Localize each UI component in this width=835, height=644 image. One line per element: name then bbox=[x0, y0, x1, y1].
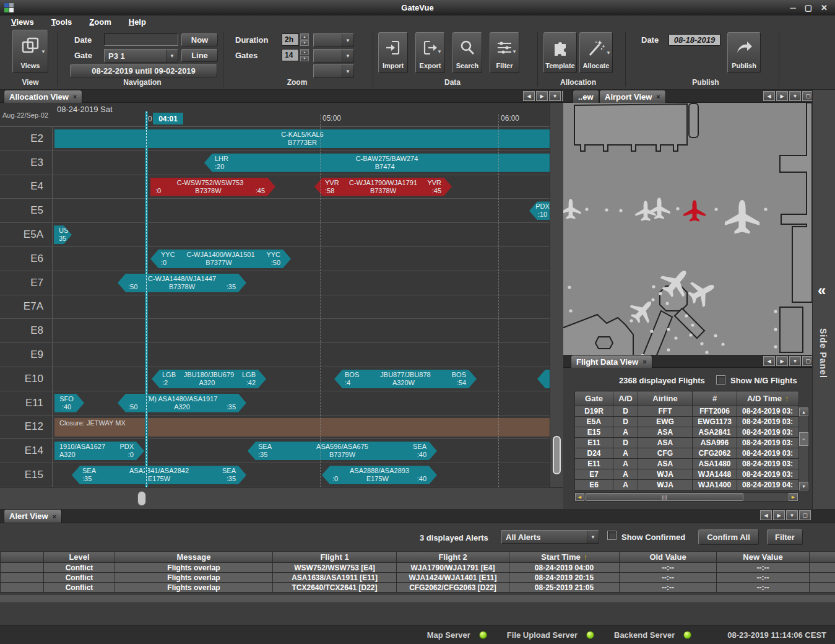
scroll-left-icon[interactable]: ◀ bbox=[763, 356, 775, 366]
publish-button[interactable]: Publish bbox=[727, 32, 761, 73]
flight-table-hscrollbar[interactable]: ◀ |||| ▶ bbox=[574, 492, 798, 502]
chevron-down-icon[interactable]: ▼ bbox=[41, 49, 46, 54]
search-button[interactable]: Search bbox=[452, 32, 482, 73]
gantt-row-plot[interactable]: YYCC-WJA1400/WJA1501YYC:0B7377W:50 bbox=[53, 247, 550, 271]
flight-bar[interactable]: C-WSW752/WSW753:0B7378W:45 bbox=[150, 178, 275, 196]
flight-bar[interactable]: C-KAL5/KAL6B7773ER bbox=[54, 129, 550, 148]
tab-menu-icon[interactable]: ▼ bbox=[789, 91, 801, 101]
alert-table-header[interactable] bbox=[810, 552, 835, 563]
flight-bar[interactable]: PDX:10 bbox=[529, 201, 550, 220]
flight-table-vscrollbar[interactable]: ▲ ≡ ▼ bbox=[798, 407, 809, 491]
tab-alert-view[interactable]: Alert View × bbox=[4, 509, 62, 523]
close-icon[interactable]: × bbox=[73, 93, 77, 100]
duration-value[interactable]: 2h bbox=[282, 33, 299, 46]
gantt-row-plot[interactable]: Closure: JETWAY MX bbox=[53, 416, 550, 439]
flight-table-header[interactable]: # bbox=[693, 391, 737, 406]
alert-table-header[interactable]: Start Time↑ bbox=[509, 552, 620, 563]
maximize-panel-icon[interactable]: ▢ bbox=[799, 510, 811, 520]
flight-bar[interactable]: SEAASA596/ASA675SEA:35B7379W:40 bbox=[248, 442, 437, 460]
scroll-right-icon[interactable]: ▶ bbox=[789, 493, 798, 501]
zoom-extra-dropdown[interactable]: ▼ bbox=[313, 64, 354, 78]
scroll-right-icon[interactable]: ▶ bbox=[536, 91, 548, 101]
scroll-left-icon[interactable]: ◀ bbox=[760, 510, 772, 520]
now-button[interactable]: Now bbox=[181, 33, 218, 46]
scroll-up-icon[interactable]: ▲ bbox=[799, 407, 808, 416]
alert-table-header[interactable]: Level bbox=[44, 552, 115, 563]
menu-tools[interactable]: Tools bbox=[44, 17, 80, 27]
flight-bar[interactable]: C-WJA1448/WJA1447:50B7378W:35 bbox=[118, 274, 246, 292]
aircraft-icon[interactable] bbox=[725, 200, 759, 234]
spin-down-icon[interactable]: ▼ bbox=[300, 40, 309, 46]
views-button[interactable]: Views ▼ bbox=[12, 30, 48, 73]
side-panel-label[interactable]: Side Panel bbox=[818, 328, 828, 378]
publish-date-input[interactable]: 08-18-2019 bbox=[668, 34, 720, 46]
show-confirmed-checkbox[interactable] bbox=[607, 531, 617, 540]
alert-table-header[interactable]: New Value bbox=[717, 552, 810, 563]
duration-unit-dropdown[interactable]: ▼ bbox=[313, 33, 354, 47]
menu-zoom[interactable]: Zoom bbox=[82, 17, 118, 27]
spin-down-icon[interactable]: ▼ bbox=[300, 56, 309, 62]
date-input[interactable] bbox=[104, 33, 178, 46]
export-button[interactable]: ▼ Export bbox=[415, 32, 445, 73]
menu-help[interactable]: Help bbox=[121, 17, 154, 27]
tab-menu-icon[interactable]: ▼ bbox=[786, 510, 798, 520]
gantt-row-plot[interactable]: LHRC-BAW275/BAW274:20B7474 bbox=[53, 151, 550, 175]
flight-table-row[interactable]: E7AWJAWJA144808-24-2019 03: bbox=[575, 469, 799, 480]
chevron-down-icon[interactable]: ▼ bbox=[342, 65, 353, 77]
flight-table-row[interactable]: E15AASAASA284108-24-2019 03: bbox=[575, 427, 799, 438]
scroll-right-icon[interactable]: ▶ bbox=[776, 356, 788, 366]
alert-aircraft-icon[interactable] bbox=[683, 200, 705, 221]
gantt-row-plot[interactable]: SEAASA2841/ASA2842SEA:35E175W:35ASA2888/… bbox=[53, 463, 550, 487]
chevron-down-icon[interactable]: ▼ bbox=[342, 50, 353, 62]
gantt-row-plot[interactable]: 1910/ASA1627PDXA320:0SEAASA596/ASA675SEA… bbox=[53, 439, 550, 463]
template-button[interactable]: Template bbox=[543, 32, 577, 73]
flight-bar[interactable]: BOSJBU877/JBU878BOS:4A320W:54 bbox=[334, 370, 477, 388]
gantt-row-plot[interactable]: US35 bbox=[53, 223, 550, 246]
close-icon[interactable]: × bbox=[642, 358, 646, 365]
flight-bar[interactable]: YYCC-WJA1400/WJA1501YYC:0B7377W:50 bbox=[150, 250, 291, 268]
tab-airport-view[interactable]: Airport View × bbox=[599, 90, 666, 103]
import-button[interactable]: Import bbox=[378, 32, 408, 73]
gate-dropdown[interactable]: P3 1 ▼ bbox=[104, 49, 178, 63]
flight-table-row[interactable]: E6AWJAWJA140008-24-2019 04: bbox=[575, 480, 799, 490]
flight-table-row[interactable]: D19RDFFTFFT200608-24-2019 03: bbox=[575, 406, 799, 417]
alert-table-header[interactable]: Flight 2 bbox=[397, 552, 509, 563]
close-icon[interactable]: ✕ bbox=[821, 0, 828, 15]
flight-table-header[interactable]: A/D Time↑ bbox=[737, 391, 799, 406]
spin-up-icon[interactable]: ▲ bbox=[300, 33, 309, 40]
flight-table-header[interactable]: Airline bbox=[638, 391, 693, 406]
alert-filter-button[interactable]: Filter bbox=[767, 529, 803, 545]
chevron-down-icon[interactable]: ▼ bbox=[587, 531, 599, 543]
allocate-button[interactable]: ▼ Allocate bbox=[579, 32, 613, 73]
minimize-icon[interactable]: ─ bbox=[790, 0, 796, 15]
tab-menu-icon[interactable]: ▼ bbox=[549, 91, 561, 101]
flight-bar[interactable] bbox=[537, 370, 550, 388]
gantt-row-plot[interactable]: C-KAL5/KAL6B7773ER bbox=[53, 127, 550, 150]
gantt-row-plot[interactable]: C-WSW752/WSW753:0B7378W:45YVRC-WJA1790/W… bbox=[53, 175, 550, 199]
flight-bar[interactable]: Closure: JETWAY MX bbox=[54, 418, 550, 437]
alert-table-header[interactable]: Message bbox=[115, 552, 273, 563]
tab-flight-data-view[interactable]: Flight Data View × bbox=[571, 355, 652, 368]
scrollbar-handle[interactable]: ≡ bbox=[799, 432, 808, 446]
gates-stepper[interactable]: ▲ ▼ bbox=[300, 49, 309, 61]
menu-views[interactable]: Views bbox=[4, 17, 41, 27]
scroll-left-icon[interactable]: ◀ bbox=[763, 91, 775, 101]
spin-up-icon[interactable]: ▲ bbox=[300, 49, 309, 55]
gantt-row-plot[interactable] bbox=[53, 319, 550, 342]
gantt-row-plot[interactable]: C-WJA1448/WJA1447:50B7378W:35 bbox=[53, 271, 550, 295]
duration-stepper[interactable]: ▲ ▼ bbox=[300, 33, 309, 46]
alert-filter-dropdown[interactable]: All Alerts ▼ bbox=[501, 530, 599, 544]
gantt-row-plot[interactable]: PDX:10 bbox=[53, 199, 550, 222]
tab-menu-icon[interactable]: ▼ bbox=[789, 356, 801, 366]
flight-bar[interactable]: (M) ASA1480/ASA1917:50A320:35 bbox=[118, 394, 246, 412]
flight-bar[interactable]: 1910/ASA1627PDXA320:0 bbox=[54, 442, 144, 460]
close-icon[interactable]: × bbox=[53, 513, 56, 520]
show-ng-flights-checkbox[interactable] bbox=[716, 375, 725, 385]
gantt-row-plot[interactable] bbox=[53, 295, 550, 319]
flight-table-row[interactable]: E11AASAASA148008-24-2019 03: bbox=[575, 459, 799, 469]
alert-table-header[interactable] bbox=[1, 552, 44, 563]
chevron-down-icon[interactable]: ▼ bbox=[512, 49, 517, 54]
alert-table-header[interactable]: Flight 1 bbox=[273, 552, 397, 563]
time-slider-handle[interactable] bbox=[137, 491, 146, 506]
aircraft-icon[interactable] bbox=[626, 294, 660, 328]
